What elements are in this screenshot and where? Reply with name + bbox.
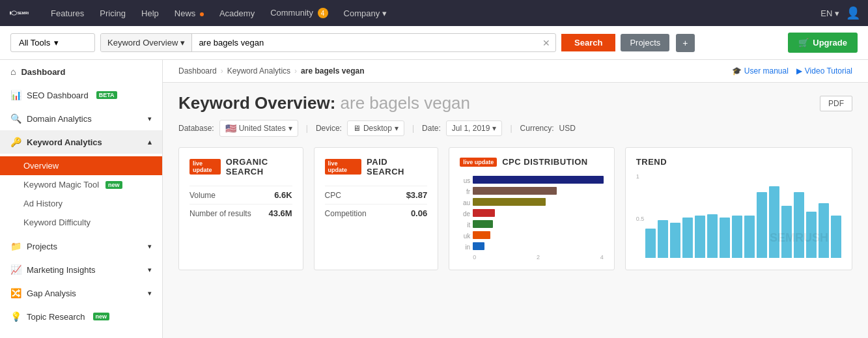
country-filter[interactable]: 🇺🇸 United States ▾ [219, 120, 298, 137]
clear-search-button[interactable]: ✕ [537, 34, 555, 51]
paid-live-badge: live update [325, 159, 362, 175]
sidebar-item-seo-dashboard[interactable]: 📊 SEO Dashboard BETA [0, 83, 162, 107]
cpc-country-label: uk [460, 232, 470, 240]
organic-header: live update ORGANIC SEARCH [189, 157, 292, 176]
nav-academy[interactable]: Academy [213, 5, 261, 22]
cpc-bar-wrapper [473, 176, 604, 185]
paid-search-card: live update PAID SEARCH CPC $3.87 Compet… [314, 147, 439, 270]
currency-label: Currency: [520, 124, 554, 133]
sidebar: ⌂ Dashboard 📊 SEO Dashboard BETA 🔍 Domai… [0, 60, 163, 338]
upgrade-button[interactable]: 🛒 Upgrade [788, 33, 858, 53]
trend-bar [806, 212, 817, 258]
competition-row: Competition 0.06 [325, 204, 428, 222]
trend-bar [682, 218, 693, 258]
results-row: Number of results 43.6M [189, 204, 292, 222]
cpc-country-label: de [460, 210, 470, 218]
sidebar-item-keyword-difficulty[interactable]: Keyword Difficulty [0, 213, 162, 232]
cpc-bar-wrapper [473, 198, 604, 207]
trend-bar [658, 220, 668, 258]
breadcrumb-keyword-analytics[interactable]: Keyword Analytics [227, 66, 290, 76]
cpc-bar-wrapper [473, 220, 604, 229]
cpc-bar-row: au [460, 198, 604, 207]
cpc-bar-wrapper [473, 231, 604, 240]
breadcrumb-dashboard[interactable]: Dashboard [178, 66, 217, 76]
cpc-live-badge: live update [460, 158, 497, 167]
sidebar-item-marketing-insights[interactable]: 📈 Marketing Insights ▾ [0, 258, 162, 281]
sidebar-item-overview[interactable]: Overview [0, 156, 162, 175]
nav-pricing[interactable]: Pricing [93, 5, 132, 22]
nav-company[interactable]: Company ▾ [337, 5, 393, 22]
cpc-axis: 024 [460, 254, 604, 261]
nav-news[interactable]: News [168, 5, 210, 22]
breadcrumb: Dashboard › Keyword Analytics › are bage… [163, 60, 868, 83]
user-manual-link[interactable]: 🎓 User manual [732, 66, 789, 76]
keyword-type-dropdown[interactable]: Keyword Overview ▾ [101, 34, 192, 51]
trend-y-top: 1 [636, 173, 639, 180]
trend-bar [769, 186, 779, 258]
cpc-label: CPC [325, 191, 341, 200]
cpc-country-label: it [460, 221, 470, 229]
sidebar-item-keyword-analytics[interactable]: 🔑 Keyword Analytics ▴ [0, 130, 162, 154]
all-tools-button[interactable]: All Tools ▾ [10, 33, 95, 52]
database-label: Database: [178, 124, 214, 133]
nav-features[interactable]: Features [44, 5, 91, 22]
page-content: Keyword Overview: are bagels vegan PDF D… [163, 83, 868, 281]
cpc-bar [473, 231, 490, 239]
date-filter[interactable]: Jul 1, 2019 ▾ [446, 120, 503, 136]
search-button[interactable]: Search [561, 34, 615, 51]
video-tutorial-link[interactable]: ▶ Video Tutorial [796, 66, 852, 76]
cpc-bar [473, 176, 604, 184]
projects-icon: 📁 [10, 241, 21, 251]
trend-bar [744, 216, 755, 258]
trend-bar [670, 223, 680, 258]
language-selector[interactable]: EN ▾ [820, 8, 839, 18]
trend-bar [794, 192, 804, 258]
keyword-submenu: Overview Keyword Magic Tool new Ad Histo… [0, 154, 162, 234]
sidebar-item-keyword-magic[interactable]: Keyword Magic Tool new [0, 175, 162, 194]
projects-button[interactable]: Projects [621, 34, 669, 51]
volume-label: Volume [189, 191, 216, 200]
sidebar-item-ad-history[interactable]: Ad History [0, 194, 162, 213]
keyword-analytics-icon: 🔑 [10, 137, 21, 147]
results-value: 43.6M [268, 208, 292, 218]
trend-bar [732, 216, 742, 258]
cpc-value: $3.87 [406, 190, 428, 200]
device-label: Device: [316, 124, 342, 133]
cpc-chart: us fr au de it uk [460, 176, 604, 261]
competition-value: 0.06 [411, 208, 427, 218]
cpc-bar [473, 198, 545, 206]
paid-header: live update PAID SEARCH [325, 157, 428, 176]
sidebar-item-gap-analysis[interactable]: 🔀 Gap Analysis ▾ [0, 281, 162, 305]
trend-bar [781, 206, 792, 258]
filter-bar: Database: 🇺🇸 United States ▾ | Device: 🖥… [178, 120, 852, 137]
svg-text:SEMRUSH: SEMRUSH [17, 11, 29, 15]
cpc-bar-row: fr [460, 187, 604, 196]
marketing-arrow-icon: ▾ [148, 266, 152, 274]
news-dot [200, 12, 204, 16]
sidebar-item-domain-analytics[interactable]: 🔍 Domain Analytics ▾ [0, 107, 162, 130]
breadcrumb-current: are bagels vegan [301, 66, 364, 76]
sidebar-item-projects[interactable]: 📁 Projects ▾ [0, 234, 162, 258]
trend-y-mid: 0.5 [636, 216, 645, 222]
date-label: Date: [422, 124, 441, 133]
sidebar-item-topic-research[interactable]: 💡 Topic Research new [0, 305, 162, 328]
user-icon[interactable]: 👤 [846, 6, 860, 20]
cpc-bar-wrapper [473, 242, 604, 251]
sidebar-item-dashboard[interactable]: ⌂ Dashboard [0, 60, 162, 83]
nav-help[interactable]: Help [135, 5, 165, 22]
cpc-bar [473, 220, 493, 228]
device-filter[interactable]: 🖥 Desktop ▾ [347, 120, 404, 136]
pdf-button[interactable]: PDF [820, 96, 852, 111]
search-input[interactable] [192, 34, 537, 51]
trend-bars [636, 173, 841, 258]
nav-community[interactable]: Community 4 [264, 4, 334, 23]
results-label: Number of results [189, 209, 251, 218]
logo[interactable]: SEMRUSH [8, 7, 29, 20]
cpc-bar [473, 209, 494, 217]
trend-bar [831, 216, 841, 258]
cpc-row: CPC $3.87 [325, 186, 428, 204]
add-project-button[interactable]: + [676, 34, 694, 52]
cpc-country-label: au [460, 199, 470, 206]
nav-right: EN ▾ 👤 [820, 6, 860, 20]
cpc-bar-row: in [460, 242, 604, 251]
